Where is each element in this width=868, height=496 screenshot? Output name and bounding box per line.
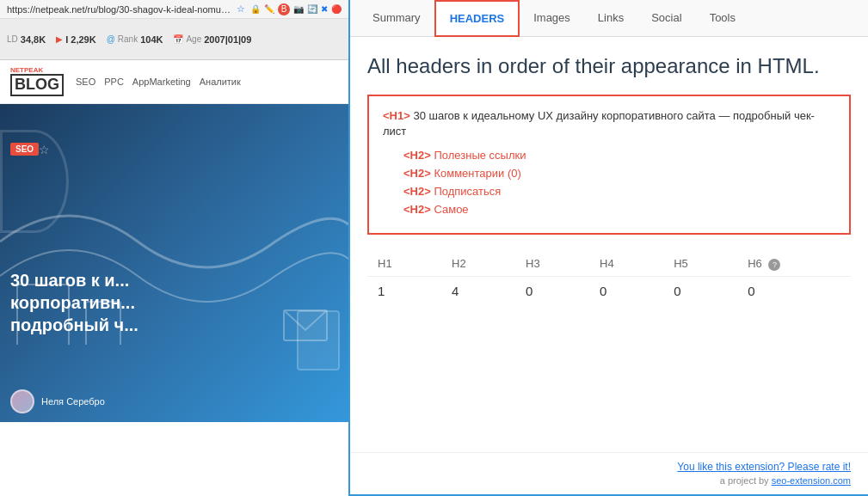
val-h1: 1 xyxy=(367,276,441,305)
col-h5: H5 xyxy=(663,252,737,277)
browser-background: https://netpeak.net/ru/blog/30-shagov-k-… xyxy=(0,0,348,496)
age-stat: 📅 Age 2007|01|09 xyxy=(173,34,251,45)
h2-tag-3: <H2> xyxy=(403,185,431,198)
h2-entry-2: <H2> Комментарии (0) xyxy=(403,167,835,180)
h2-entry-1: <H2> Полезные ссылки xyxy=(403,149,835,162)
author-avatar xyxy=(10,389,34,413)
seo-badge: SEO xyxy=(10,143,39,156)
nav-appmarketing[interactable]: AppMarketing xyxy=(132,77,191,87)
val-h4: 0 xyxy=(589,276,663,305)
val-h3: 0 xyxy=(515,276,589,305)
rank-stat: @ Rank 104K xyxy=(107,34,163,45)
bookmark-icon[interactable]: ☆ xyxy=(237,3,245,15)
url-text: https://netpeak.net/ru/blog/30-shagov-k-… xyxy=(7,4,231,15)
stats-table: H1 H2 H3 H4 H5 H6 ? 1 4 0 0 0 xyxy=(367,252,851,305)
h2-tag-1: <H2> xyxy=(403,149,431,162)
h2-text-2: Комментарии (0) xyxy=(434,167,520,180)
rate-link[interactable]: You like this extension? Please rate it! xyxy=(677,461,851,473)
tab-images[interactable]: Images xyxy=(520,0,584,37)
star-icon[interactable]: ☆ xyxy=(39,143,50,156)
val-h5: 0 xyxy=(663,276,737,305)
tab-tools[interactable]: Tools xyxy=(696,0,749,37)
val-h6: 0 xyxy=(737,276,851,305)
i-stat: ▶ I 2,29K xyxy=(56,34,95,45)
col-h6: H6 ? xyxy=(737,252,851,277)
panel-footer: You like this extension? Please rate it!… xyxy=(350,452,868,494)
h2-tag-2: <H2> xyxy=(403,167,431,180)
tab-links[interactable]: Links xyxy=(584,0,637,37)
seo-extension-link[interactable]: seo-extension.com xyxy=(772,475,851,486)
browser-toolbar: LD 34,8K ▶ I 2,29K @ Rank 104K 📅 Age 200… xyxy=(0,19,348,60)
h2-text-4: Самое xyxy=(434,203,468,216)
extension-icons: 🔒 ✏️ B 📷 🔄 ✖ 🔴 xyxy=(250,3,342,15)
nav-seo[interactable]: SEO xyxy=(76,77,95,87)
site-logo: NETPEAK BLOG xyxy=(10,67,64,96)
col-h1: H1 xyxy=(367,252,441,277)
stats-row: 1 4 0 0 0 0 xyxy=(367,276,851,305)
tab-social[interactable]: Social xyxy=(637,0,695,37)
help-icon[interactable]: ? xyxy=(768,259,780,271)
tab-headers[interactable]: HEADERS xyxy=(434,0,520,37)
h1-text: 30 шагов к идеальному UX дизайну корпора… xyxy=(383,109,815,138)
tab-summary[interactable]: Summary xyxy=(359,0,434,37)
extension-panel: Summary HEADERS Images Links Social Tool… xyxy=(348,0,868,496)
blog-hero-image: SEO ☆ 30 шагов к и...корпоративн...подро… xyxy=(0,104,348,422)
ld-stat: LD 34,8K xyxy=(7,34,46,45)
nav-ppc[interactable]: PPC xyxy=(104,77,124,87)
author-bar: Неля Серебро xyxy=(10,389,105,413)
h2-text-3: Подписаться xyxy=(434,185,501,198)
headers-box: <H1> 30 шагов к идеальному UX дизайну ко… xyxy=(367,95,851,234)
h2-entry-4: <H2> Самое xyxy=(403,203,835,216)
h2-entries: <H2> Полезные ссылки <H2> Комментарии (0… xyxy=(383,149,835,216)
tabs-bar: Summary HEADERS Images Links Social Tool… xyxy=(350,0,868,37)
col-h2: H2 xyxy=(441,252,515,277)
col-h4: H4 xyxy=(589,252,663,277)
url-bar: https://netpeak.net/ru/blog/30-shagov-k-… xyxy=(0,0,348,19)
h2-text-1: Полезные ссылки xyxy=(434,149,526,162)
col-h3: H3 xyxy=(515,252,589,277)
footer-text: a project by seo-extension.com xyxy=(367,475,851,486)
panel-heading: All headers in order of their appearance… xyxy=(367,52,851,79)
nav-analytics[interactable]: Аналитик xyxy=(200,77,241,87)
panel-content: All headers in order of their appearance… xyxy=(350,37,868,452)
site-nav-items: SEO PPC AppMarketing Аналитик xyxy=(76,77,241,87)
h2-entry-3: <H2> Подписаться xyxy=(403,185,835,198)
h1-tag: <H1> xyxy=(383,109,410,122)
blog-title: 30 шагов к и...корпоративн...подробный ч… xyxy=(10,269,331,336)
site-nav: NETPEAK BLOG SEO PPC AppMarketing Аналит… xyxy=(0,60,348,104)
author-name: Неля Серебро xyxy=(41,396,105,407)
h2-tag-4: <H2> xyxy=(403,203,431,216)
h1-entry: <H1> 30 шагов к идеальному UX дизайну ко… xyxy=(383,108,835,139)
val-h2: 4 xyxy=(441,276,515,305)
